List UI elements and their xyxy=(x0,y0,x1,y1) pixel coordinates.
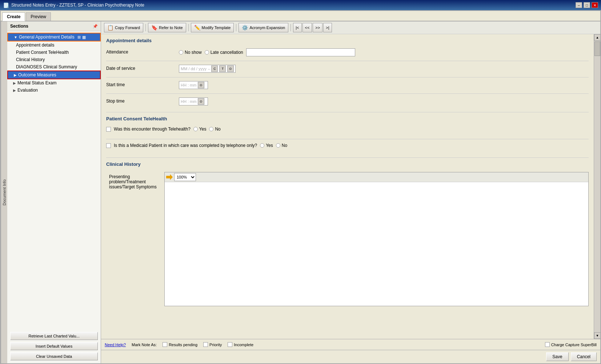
toolbar-separator-4 xyxy=(291,24,291,31)
modify-template-button[interactable]: ✏️ Modify Template xyxy=(191,23,234,32)
retrieve-last-charted-button[interactable]: Retrieve Last Charted Valu... xyxy=(10,332,98,340)
attendance-late-cancel-radio[interactable] xyxy=(205,50,209,55)
divider-4 xyxy=(106,139,589,139)
scroll-thumb[interactable] xyxy=(594,41,600,56)
patient-consent-section-container: Patient Consent TeleHealth Was this enco… xyxy=(101,111,594,156)
scroll-up-button[interactable]: ▲ xyxy=(594,34,600,41)
telehealth-q2-yes-label: Yes xyxy=(266,143,273,148)
presenting-problem-text-area[interactable] xyxy=(165,182,588,306)
telehealth-q1-row: Was this encounter through Telehealth? Y… xyxy=(106,127,589,132)
start-time-clock-btn[interactable]: ⊙ xyxy=(198,82,204,88)
stop-time-controls: HH : mm ⊙ xyxy=(179,97,589,105)
telehealth-q2-row: Is this a Medicaid Patient in which care… xyxy=(106,143,589,148)
telehealth-q2-label: Is this a Medicaid Patient in which care… xyxy=(114,143,257,148)
results-pending-item[interactable]: Results pending xyxy=(163,342,197,347)
date-clear-btn[interactable]: ⊙ xyxy=(227,65,234,72)
telehealth-q1-yes-label: Yes xyxy=(199,127,207,132)
status-bar-right: Charge Capture SuperBill xyxy=(545,342,597,347)
attendance-no-show-radio[interactable] xyxy=(179,50,183,55)
appointment-section-container: Appointment details Attendance No show xyxy=(101,34,594,111)
nav-prev-button[interactable]: << xyxy=(302,23,312,32)
incomplete-item[interactable]: Incomplete xyxy=(228,342,253,347)
sidebar-item-label: Clinical History xyxy=(16,57,45,62)
copy-forward-button[interactable]: 📋 Copy Forward xyxy=(104,23,143,32)
sidebar-item-diagnoses[interactable]: DIAGNOSES Clinical Summary xyxy=(7,63,101,71)
minimize-button[interactable]: – xyxy=(576,2,582,8)
pin-icon[interactable]: 📌 xyxy=(93,24,98,29)
telehealth-q2-yes-option[interactable]: Yes xyxy=(260,143,273,148)
tab-preview[interactable]: Preview xyxy=(26,12,51,21)
presenting-problem-editor: 100% 50% 75% 125% 150% 200% xyxy=(164,172,589,306)
priority-label: Priority xyxy=(209,343,222,347)
telehealth-q2-no-option[interactable]: No xyxy=(276,143,287,148)
charge-capture-checkbox[interactable] xyxy=(545,342,550,347)
telehealth-q1-yes-radio[interactable] xyxy=(193,127,198,131)
right-scrollbar[interactable]: ▲ ▼ xyxy=(594,34,600,339)
telehealth-q1-label: Was this encounter through Telehealth? xyxy=(114,127,191,132)
window-title: Structured Notes Entry - ZZTEST, SP - Cl… xyxy=(11,3,144,8)
sidebar-item-mental-status[interactable]: ▶ Mental Status Exam xyxy=(7,79,101,87)
nav-last-button[interactable]: >| xyxy=(323,23,332,32)
presenting-problem-label: Presenting problem/Treatment issues/Targ… xyxy=(106,172,164,306)
telehealth-q1-no-label: No xyxy=(215,127,220,132)
attendance-late-cancel-label: Late cancellation xyxy=(211,50,243,55)
acronym-expansion-button[interactable]: ⚙️ Acronym Expansion xyxy=(239,23,288,32)
date-today-btn[interactable]: T xyxy=(219,65,226,72)
priority-item[interactable]: Priority xyxy=(203,342,222,347)
telehealth-q1-no-option[interactable]: No xyxy=(209,127,220,132)
stop-time-label: Stop time xyxy=(106,97,179,104)
refer-to-note-button[interactable]: 🔖 Refer to Note xyxy=(148,23,186,32)
clear-unsaved-data-button[interactable]: Clear Unsaved Data xyxy=(10,352,98,360)
attendance-no-show-option[interactable]: No show xyxy=(179,50,202,55)
sections-tree: ▼ General Appointment Details ⊞ ▦ Appoin… xyxy=(7,31,101,329)
date-clock-btn[interactable]: C xyxy=(211,65,218,72)
telehealth-q1-checkbox[interactable] xyxy=(106,127,111,132)
scroll-down-button[interactable]: ▼ xyxy=(594,332,600,339)
stop-time-clock-btn[interactable]: ⊙ xyxy=(198,98,204,105)
tab-create[interactable]: Create xyxy=(2,12,25,21)
sidebar-item-evaluation[interactable]: ▶ Evaluation xyxy=(7,87,101,94)
attendance-text-input[interactable] xyxy=(246,48,355,56)
insert-default-values-button[interactable]: Insert Default Values xyxy=(10,342,98,350)
right-main: 📋 Copy Forward 🔖 Refer to Note ✏️ Modify… xyxy=(101,21,600,363)
cancel-button[interactable]: Cancel xyxy=(571,352,597,361)
insert-template-icon[interactable] xyxy=(166,174,173,180)
stop-time-input[interactable]: HH : mm ⊙ xyxy=(179,97,208,105)
sidebar-item-clinical-history[interactable]: Clinical History xyxy=(7,56,101,63)
telehealth-q2-no-radio[interactable] xyxy=(276,143,280,148)
incomplete-label: Incomplete xyxy=(234,343,253,347)
document-info-tab[interactable]: Document Info xyxy=(1,21,7,363)
help-link[interactable]: Need Help? xyxy=(105,343,126,347)
results-pending-checkbox[interactable] xyxy=(163,342,167,347)
toolbar-separator xyxy=(145,24,146,31)
stop-time-group: Stop time HH : mm ⊙ xyxy=(106,97,589,106)
stop-time-placeholder: HH : mm xyxy=(181,99,196,104)
text-editor-toolbar: 100% 50% 75% 125% 150% 200% xyxy=(165,172,588,182)
telehealth-q2-yes-radio[interactable] xyxy=(260,143,264,148)
date-of-service-label: Date of service xyxy=(106,65,179,71)
date-of-service-input[interactable]: MM / dd / yyyy – C T ⊙ xyxy=(179,65,236,73)
scroll-track xyxy=(594,41,600,332)
save-button[interactable]: Save xyxy=(546,352,568,361)
sidebar-item-outcome-measures[interactable]: ▶ Outcome Measures xyxy=(7,71,101,79)
charge-capture-item[interactable]: Charge Capture SuperBill xyxy=(545,342,597,347)
sidebar-item-general-appointment[interactable]: ▼ General Appointment Details ⊞ ▦ xyxy=(7,33,101,41)
start-time-input[interactable]: HH : mm ⊙ xyxy=(179,81,208,89)
sidebar-item-label: Evaluation xyxy=(17,88,38,93)
nav-first-button[interactable]: |< xyxy=(293,23,301,32)
priority-checkbox[interactable] xyxy=(203,342,208,347)
incomplete-checkbox[interactable] xyxy=(228,342,232,347)
status-bar: Need Help? Mark Note As: Results pending… xyxy=(101,339,600,350)
telehealth-q1-yes-option[interactable]: Yes xyxy=(193,127,207,132)
sidebar-item-patient-consent[interactable]: Patient Consent TeleHealth xyxy=(7,49,101,56)
attendance-no-show-label: No show xyxy=(185,50,202,55)
zoom-select[interactable]: 100% 50% 75% 125% 150% 200% xyxy=(174,173,196,181)
nav-next-button[interactable]: >> xyxy=(313,23,322,32)
telehealth-q1-no-radio[interactable] xyxy=(209,127,213,131)
telehealth-q2-checkbox[interactable] xyxy=(106,143,111,148)
sidebar-item-appointment-details[interactable]: Appointment details xyxy=(7,41,101,49)
close-button[interactable]: ✕ xyxy=(592,2,598,8)
maximize-button[interactable]: □ xyxy=(584,2,590,8)
attendance-late-cancel-option[interactable]: Late cancellation xyxy=(205,50,243,55)
attendance-controls: No show Late cancellation xyxy=(179,48,589,56)
